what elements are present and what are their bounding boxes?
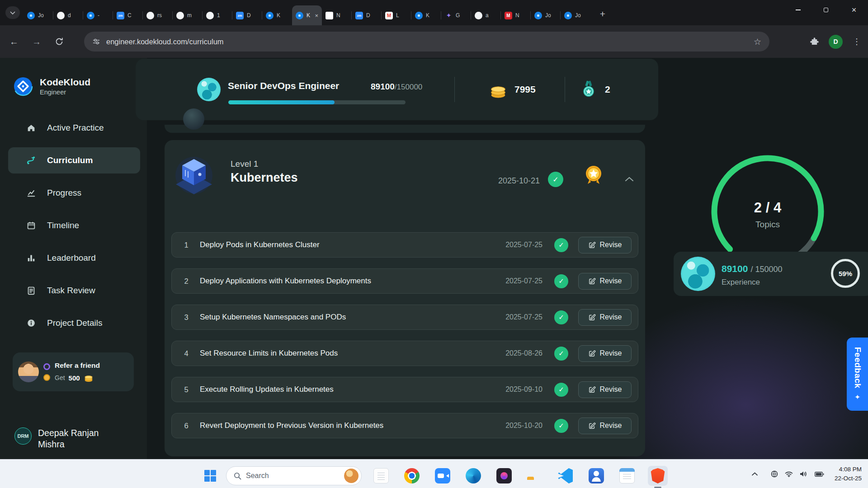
sidebar-item-leaderboard[interactable]: Leaderboard <box>8 245 140 271</box>
minimize-button[interactable] <box>784 0 812 20</box>
battery-icon[interactable] <box>815 472 824 477</box>
bookmark-star-icon[interactable]: ☆ <box>754 37 761 47</box>
browser-tab[interactable]: 1 <box>203 5 232 25</box>
browser-tab[interactable]: L <box>382 5 411 25</box>
tab-title: L <box>396 12 408 19</box>
browser-tab[interactable]: D <box>352 5 382 25</box>
revise-button[interactable]: Revise <box>578 381 632 398</box>
browser-tab[interactable]: Jo <box>531 5 561 25</box>
revise-label: Revise <box>600 277 622 285</box>
browser-tab[interactable]: m <box>173 5 203 25</box>
taskbar-clock[interactable]: 4:08 PM 22-Oct-25 <box>835 465 862 483</box>
app-notepad-icon[interactable] <box>619 468 635 483</box>
tab-title: 1 <box>217 12 229 19</box>
extensions-icon[interactable] <box>810 38 819 46</box>
curriculum-level-card: Level 1 Kubernetes 2025-10-21 ✓ 1 Deploy… <box>165 140 645 456</box>
progress-chart-icon <box>26 188 36 198</box>
sidebar-nav: Active Practice Curriculum Progress Time… <box>8 115 140 343</box>
user-avatar: DRM <box>14 427 32 445</box>
browser-tab[interactable]: Jo <box>24 5 53 25</box>
task-row: 6 Revert Deployment to Previous Version … <box>171 413 638 438</box>
app-vscode-icon[interactable] <box>558 468 573 483</box>
revise-button[interactable]: Revise <box>578 273 632 290</box>
browser-profile-avatar[interactable]: D <box>829 35 843 49</box>
reload-button[interactable] <box>52 34 67 49</box>
brand[interactable]: KodeKloud Engineer <box>13 76 90 97</box>
browser-tab[interactable]: rs <box>143 5 173 25</box>
task-title: Execute Rolling Updates in Kubernetes <box>200 385 334 394</box>
browser-menu-icon[interactable]: ⋮ <box>853 37 861 47</box>
coins-icon <box>84 373 94 382</box>
app-remote-desktop-icon[interactable] <box>589 468 604 483</box>
revise-button[interactable]: Revise <box>578 345 632 362</box>
browser-toolbar: ← → engineer.kodekloud.com/curriculum ☆ … <box>0 25 868 58</box>
url-text[interactable]: engineer.kodekloud.com/curriculum <box>106 38 224 46</box>
browser-tab[interactable]: - <box>83 5 113 25</box>
sidebar-item-project-details[interactable]: Project Details <box>8 310 140 336</box>
app-zoom-icon[interactable] <box>435 468 450 483</box>
revise-button[interactable]: Revise <box>578 237 632 253</box>
new-tab-button[interactable]: + <box>596 7 609 21</box>
browser-tab[interactable]: d <box>53 5 83 25</box>
browser-tab[interactable]: D <box>232 5 262 25</box>
tab-search-button[interactable] <box>5 6 20 19</box>
collapse-chevron-icon[interactable] <box>625 175 634 183</box>
tab-favicon <box>87 12 94 19</box>
sidebar-item-timeline[interactable]: Timeline <box>8 212 140 239</box>
app-brave-icon[interactable] <box>650 468 665 483</box>
refer-a-friend-card[interactable]: Refer a friend Get 500 <box>13 352 134 391</box>
browser-tab[interactable]: G <box>441 5 471 25</box>
app-chrome-icon[interactable] <box>404 468 420 483</box>
sidebar-item-task-review[interactable]: Task Review <box>8 277 140 304</box>
wifi-icon[interactable] <box>785 471 793 477</box>
sidebar-item-curriculum[interactable]: Curriculum <box>8 147 140 174</box>
tab-favicon <box>445 12 453 19</box>
task-number: 1 <box>179 241 193 249</box>
tab-title: - <box>98 12 109 19</box>
close-button[interactable]: × <box>840 0 868 20</box>
task-review-icon <box>26 286 36 296</box>
tab-title: Jo <box>545 12 557 19</box>
maximize-button[interactable] <box>812 0 840 20</box>
browser-tab[interactable]: K × <box>292 5 322 25</box>
user-profile[interactable]: DRM Deepak Ranjan Mishra <box>14 427 113 450</box>
app-dark-icon[interactable] <box>496 468 512 483</box>
revise-button[interactable]: Revise <box>578 309 632 326</box>
refer-amount: 500 <box>69 374 80 382</box>
browser-tab[interactable]: C <box>113 5 143 25</box>
edit-icon <box>588 350 596 357</box>
feedback-tab[interactable]: Feedback ✦ <box>847 338 868 411</box>
app-edge-icon[interactable] <box>466 468 481 483</box>
app-document-icon[interactable] <box>373 468 389 483</box>
sidebar-item-active-practice[interactable]: Active Practice <box>8 115 140 141</box>
home-icon <box>26 123 36 133</box>
experience-current: 89100 <box>722 263 748 274</box>
browser-tab[interactable]: a <box>471 5 501 25</box>
forward-button[interactable]: → <box>29 34 44 49</box>
volume-icon[interactable] <box>800 471 808 477</box>
tab-title: a <box>486 12 497 19</box>
task-check-icon: ✓ <box>554 310 568 324</box>
revise-button[interactable]: Revise <box>578 418 632 434</box>
start-button[interactable] <box>203 468 218 483</box>
xp-counter: 89100/150000 <box>371 82 422 92</box>
browser-tab[interactable]: K <box>262 5 292 25</box>
browser-tab[interactable]: K <box>411 5 441 25</box>
app-file-explorer-icon[interactable] <box>527 468 542 483</box>
reload-icon <box>55 37 64 46</box>
sidebar-item-progress[interactable]: Progress <box>8 180 140 206</box>
browser-tab[interactable]: N <box>501 5 531 25</box>
browser-tab[interactable]: Jo <box>561 5 590 25</box>
task-check-icon: ✓ <box>554 347 568 361</box>
search-daily-image[interactable] <box>344 469 359 483</box>
network-globe-icon[interactable] <box>771 470 778 478</box>
taskbar-search[interactable]: Search <box>226 466 362 485</box>
browser-tab[interactable]: N <box>322 5 352 25</box>
back-button[interactable]: ← <box>6 34 22 49</box>
address-bar[interactable]: engineer.kodekloud.com/curriculum ☆ <box>84 32 769 52</box>
tab-favicon <box>236 12 244 19</box>
tab-close-icon[interactable]: × <box>315 12 318 19</box>
tray-expand-icon[interactable] <box>752 472 758 476</box>
tab-title: rs <box>157 12 169 19</box>
site-settings-icon[interactable] <box>92 38 100 46</box>
